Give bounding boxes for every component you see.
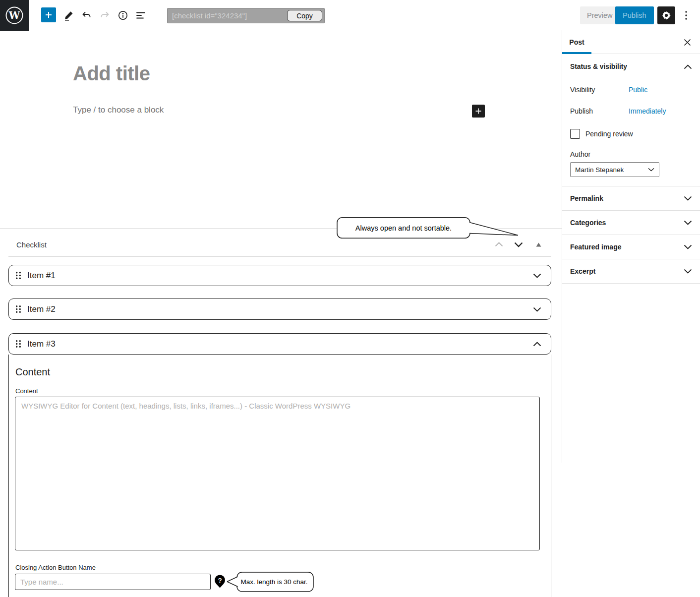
visibility-label: Visibility <box>570 86 629 94</box>
visibility-value-link[interactable]: Public <box>629 86 647 94</box>
settings-button[interactable] <box>657 6 675 24</box>
block-inserter-button[interactable] <box>472 105 485 118</box>
more-options-button[interactable] <box>679 6 693 24</box>
publish-value-link[interactable]: Immediately <box>629 107 666 115</box>
closing-button-name-input[interactable] <box>15 574 211 590</box>
copy-shortcode-button[interactable]: Copy <box>287 10 322 21</box>
undo-button[interactable] <box>78 7 95 24</box>
metabox-title: Checklist <box>16 240 47 249</box>
svg-text:?: ? <box>218 577 222 584</box>
checklist-item-3[interactable]: Item #3 <box>8 333 551 355</box>
shortcode-field[interactable]: [checklist id="324234"] Copy <box>167 8 325 23</box>
redo-icon <box>99 10 110 21</box>
wordpress-editor: W <box>0 0 700 597</box>
shortcode-text: [checklist id="324234"] <box>168 11 287 20</box>
close-sidebar-button[interactable] <box>678 33 696 51</box>
visibility-row: Visibility Public <box>570 86 692 94</box>
checklist-item-2[interactable]: Item #2 <box>8 298 551 320</box>
wordpress-logo-icon[interactable]: W <box>0 0 29 31</box>
expand-item-button[interactable] <box>533 273 541 278</box>
block-appender[interactable]: Type / to choose a block <box>73 105 164 115</box>
chevron-down-icon <box>514 242 523 247</box>
drag-handle-icon[interactable] <box>15 305 25 314</box>
metabox-header-divider <box>8 256 551 257</box>
post-title-input[interactable]: Add title <box>73 62 150 85</box>
publish-button[interactable]: Publish <box>615 6 654 24</box>
more-menu-icon <box>685 9 688 21</box>
top-toolbar: W <box>0 0 700 30</box>
panel-excerpt[interactable]: Excerpt <box>562 259 700 284</box>
length-callout-text: Max. length is 30 char. <box>237 572 311 592</box>
panel-permalink[interactable]: Permalink <box>562 186 700 211</box>
redo-button[interactable] <box>96 7 113 24</box>
author-select-value: Martin Stepanek <box>575 166 624 174</box>
pending-review-checkbox[interactable] <box>570 129 580 139</box>
panel-featured-image[interactable]: Featured image <box>562 235 700 259</box>
chevron-up-icon <box>684 64 692 69</box>
drag-handle-icon[interactable] <box>15 271 25 280</box>
status-visibility-header[interactable]: Status & visibility <box>570 54 692 70</box>
chevron-up-icon <box>495 242 503 247</box>
content-section-heading: Content <box>15 366 50 378</box>
item-label: Item #3 <box>27 339 56 349</box>
panel-label: Categories <box>570 219 606 227</box>
collapse-item-button[interactable] <box>533 342 541 347</box>
sortable-callout-text: Always open and not sortable. <box>342 218 465 239</box>
pending-review-label: Pending review <box>585 130 633 138</box>
help-pin-icon[interactable]: ? <box>214 575 226 588</box>
move-up-button[interactable] <box>489 238 509 251</box>
move-down-button[interactable] <box>509 238 528 251</box>
chevron-down-icon <box>684 220 692 225</box>
panel-categories[interactable]: Categories <box>562 211 700 235</box>
chevron-down-icon <box>684 196 692 201</box>
list-view-button[interactable] <box>132 7 149 24</box>
sidebar-tab-row: Post <box>562 30 700 54</box>
edit-tool-button[interactable] <box>60 7 77 24</box>
details-button[interactable] <box>115 7 131 24</box>
publish-row: Publish Immediately <box>570 107 692 115</box>
panel-label: Permalink <box>570 194 603 202</box>
drag-handle-icon[interactable] <box>15 340 25 349</box>
item-label: Item #2 <box>27 304 56 314</box>
metabox-top-divider <box>0 228 562 229</box>
chevron-down-icon <box>533 307 541 312</box>
add-block-button[interactable] <box>41 7 56 22</box>
svg-text:W: W <box>8 9 20 21</box>
status-visibility-panel: Status & visibility Visibility Public Pu… <box>562 54 700 186</box>
author-label: Author <box>570 150 692 158</box>
checklist-item-3-body: Content Content Closing Action Button Na… <box>8 355 551 597</box>
publish-label: Publish <box>570 107 629 115</box>
metabox-header-controls <box>489 238 548 251</box>
panel-title: Status & visibility <box>570 63 627 70</box>
item-label: Item #1 <box>27 271 56 281</box>
chevron-down-icon <box>533 273 541 278</box>
author-select[interactable]: Martin Stepanek <box>570 162 659 177</box>
info-icon <box>117 9 129 21</box>
chevron-down-icon <box>684 269 692 274</box>
sort-toggle-icon <box>536 242 541 247</box>
preview-button[interactable]: Preview <box>580 6 620 24</box>
panel-label: Excerpt <box>570 267 595 275</box>
closing-button-name-label: Closing Action Button Name <box>15 564 96 571</box>
content-field-label: Content <box>15 387 38 395</box>
expand-item-button[interactable] <box>533 307 541 312</box>
pending-review-row: Pending review <box>570 129 692 139</box>
undo-icon <box>81 10 92 21</box>
chevron-down-icon <box>684 244 692 249</box>
select-arrow-icon <box>648 168 654 172</box>
list-view-icon <box>135 9 147 21</box>
add-block-icon <box>474 107 482 115</box>
settings-sidebar: Post Status & visibility Visibility Publ… <box>562 30 700 463</box>
add-block-icon <box>44 10 53 19</box>
checklist-item-1[interactable]: Item #1 <box>8 265 551 286</box>
edit-pencil-icon <box>63 10 74 21</box>
chevron-up-icon <box>533 342 541 347</box>
sort-toggle-button[interactable] <box>528 238 548 251</box>
settings-gear-icon <box>661 10 672 21</box>
content-wysiwyg-editor[interactable] <box>15 397 540 550</box>
tab-post[interactable]: Post <box>562 30 591 54</box>
panel-label: Featured image <box>570 243 621 251</box>
close-icon <box>683 38 692 47</box>
